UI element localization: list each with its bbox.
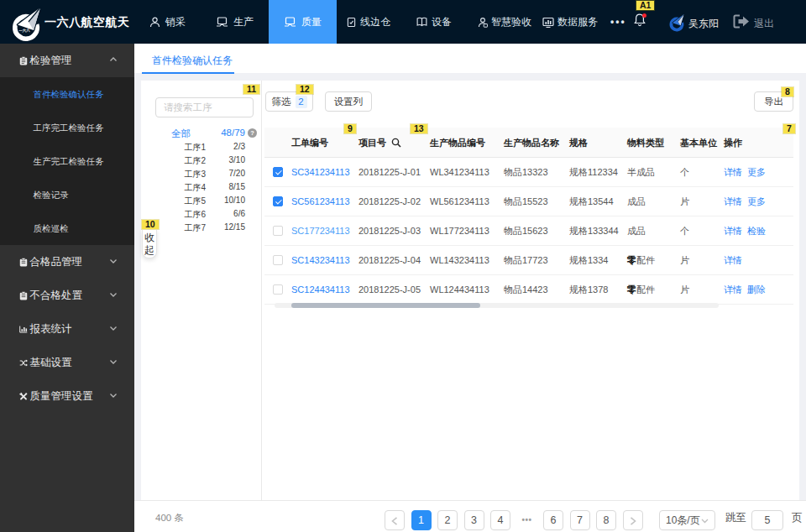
svg-text:一六八: 一六八 — [18, 28, 30, 33]
svg-text:?: ? — [250, 129, 254, 137]
